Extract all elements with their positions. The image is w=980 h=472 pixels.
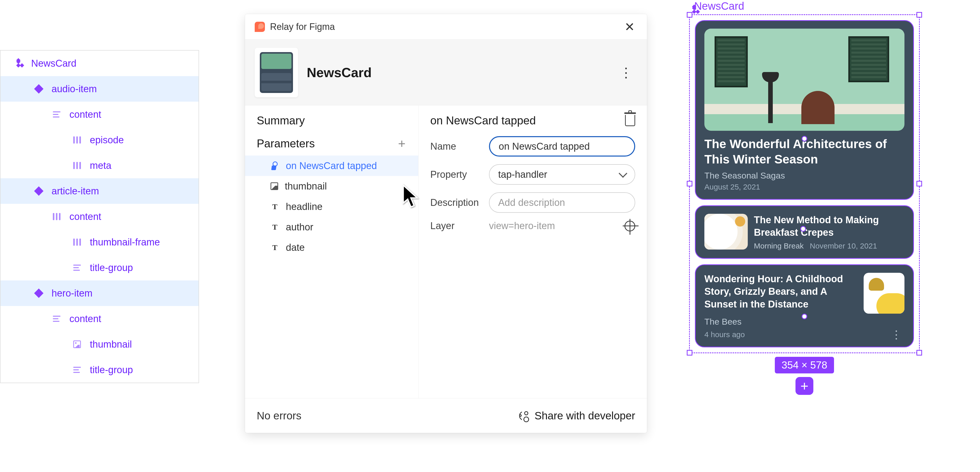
status-text: No errors <box>257 410 301 422</box>
selection-frame[interactable]: The Wonderful Architectures of This Wint… <box>689 14 920 353</box>
param-label: headline <box>286 201 323 212</box>
resize-handle[interactable] <box>916 12 922 18</box>
layers-panel: NewsCard audio-itemcontentepisodemetaart… <box>0 50 199 383</box>
diamond-icon <box>34 290 44 297</box>
hero-source: The Seasonal Sagas <box>704 171 904 180</box>
share-button[interactable]: Share with developer <box>519 410 635 422</box>
layer-label: content <box>69 313 101 324</box>
canvas-preview: NewsCard The Wonderful Architectures of … <box>689 0 920 395</box>
layer-value: view=hero-item <box>489 220 619 231</box>
plugin-footer: No errors Share with developer <box>245 398 647 433</box>
add-parameter-button[interactable]: + <box>396 135 408 153</box>
layer-row-title-group[interactable]: title-group <box>0 357 199 383</box>
article-date: November 10, 2021 <box>810 242 877 250</box>
component-name: NewsCard <box>307 65 372 80</box>
resize-handle[interactable] <box>687 350 692 356</box>
component-thumbnail <box>255 48 298 97</box>
layer-label: meta <box>90 160 111 171</box>
layer-label: hero-item <box>52 288 93 299</box>
bars-icon <box>72 265 82 271</box>
layer-component-root[interactable]: NewsCard <box>0 51 199 76</box>
layer-row-title-group[interactable]: title-group <box>0 255 199 281</box>
layer-label: article-item <box>52 186 99 197</box>
layer-label: content <box>69 109 101 120</box>
plugin-title: Relay for Figma <box>270 21 335 32</box>
audio-thumbnail <box>864 273 904 314</box>
layer-row-thumbnail[interactable]: thumbnail <box>0 332 199 357</box>
share-icon <box>519 411 528 420</box>
layer-row-hero-item[interactable]: hero-item <box>0 281 199 306</box>
audio-more-button[interactable]: ⋮ <box>888 330 904 339</box>
layer-row-content[interactable]: content <box>0 204 199 230</box>
bars-icon <box>72 367 82 373</box>
layer-label: audio-item <box>52 83 97 94</box>
hero-item[interactable]: The Wonderful Architectures of This Wint… <box>695 20 914 200</box>
anchor-dot-icon <box>802 136 807 142</box>
diamond-icon <box>34 86 44 92</box>
property-select[interactable]: tap-handler <box>489 164 635 185</box>
layer-label: NewsCard <box>31 58 76 69</box>
cols-icon <box>72 239 82 246</box>
resize-handle[interactable] <box>687 181 692 187</box>
audio-item[interactable]: Wondering Hour: A Childhood Story, Grizz… <box>695 264 914 348</box>
param-label: author <box>286 222 313 233</box>
parameters-heading: Parameters <box>257 137 315 150</box>
hero-date: August 25, 2021 <box>704 183 904 191</box>
summary-tab[interactable]: Summary <box>245 114 418 135</box>
resize-handle[interactable] <box>916 350 922 356</box>
more-menu-button[interactable]: ⋮ <box>615 62 637 83</box>
layer-row-content[interactable]: content <box>0 102 199 127</box>
article-source: Morning Break <box>754 242 803 250</box>
frame-label[interactable]: NewsCard <box>690 0 920 12</box>
audio-headline: Wondering Hour: A Childhood Story, Grizz… <box>704 273 858 314</box>
component-header: NewsCard ⋮ <box>245 40 647 105</box>
cols-icon <box>72 162 82 169</box>
description-label: Description <box>430 197 484 208</box>
name-label: Name <box>430 141 484 152</box>
layer-row-audio-item[interactable]: audio-item <box>0 76 199 102</box>
description-input[interactable]: Add description <box>489 192 635 213</box>
layer-label: title-group <box>90 262 133 273</box>
cols-icon <box>52 213 62 220</box>
layer-row-meta[interactable]: meta <box>0 153 199 178</box>
resize-handle[interactable] <box>687 12 692 18</box>
layer-label: thumbnail-frame <box>90 237 160 248</box>
cols-icon <box>72 136 82 144</box>
mouse-cursor-icon <box>402 184 420 210</box>
hero-thumbnail <box>704 29 904 131</box>
param-row-on-NewsCard-tapped[interactable]: on NewsCard tapped <box>245 156 418 176</box>
target-layer-button[interactable] <box>625 221 635 231</box>
parameter-detail-title: on NewsCard tapped <box>430 114 536 127</box>
relay-logo-icon <box>255 22 265 32</box>
dimensions-badge: 354 × 578 <box>689 357 920 373</box>
newscard-component[interactable]: The Wonderful Architectures of This Wint… <box>695 20 914 348</box>
layer-label: episode <box>90 135 124 145</box>
bars-icon <box>52 316 62 322</box>
close-button[interactable]: ✕ <box>622 17 637 37</box>
delete-parameter-button[interactable] <box>625 115 635 126</box>
param-label: on NewsCard tapped <box>286 160 377 171</box>
resize-handle[interactable] <box>916 181 922 187</box>
article-item[interactable]: The New Method to Making Breakfast Crepe… <box>695 205 914 259</box>
audio-date: 4 hours ago <box>704 330 745 339</box>
diamond-icon <box>34 188 44 195</box>
relay-sidebar: Summary Parameters + on NewsCard tappedt… <box>245 105 418 398</box>
article-thumbnail <box>704 214 748 250</box>
param-row-date[interactable]: Tdate <box>245 237 418 258</box>
relay-plugin-panel: Relay for Figma ✕ NewsCard ⋮ Summary Par… <box>245 14 647 433</box>
img-icon <box>72 340 82 348</box>
param-row-thumbnail[interactable]: thumbnail <box>245 176 418 196</box>
param-row-headline[interactable]: Theadline <box>245 196 418 217</box>
layer-row-article-item[interactable]: article-item <box>0 178 199 204</box>
parameter-detail-pane: on NewsCard tapped Name on NewsCard tapp… <box>418 105 647 398</box>
param-row-author[interactable]: Tauthor <box>245 217 418 237</box>
article-headline: The New Method to Making Breakfast Crepe… <box>754 214 904 239</box>
layer-row-episode[interactable]: episode <box>0 127 199 153</box>
anchor-dot-icon <box>800 226 806 232</box>
layer-row-thumbnail-frame[interactable]: thumbnail-frame <box>0 230 199 255</box>
layer-row-content[interactable]: content <box>0 306 199 332</box>
bars-icon <box>52 112 62 118</box>
name-input[interactable]: on NewsCard tapped <box>489 136 635 156</box>
layer-label-field: Layer <box>430 220 484 231</box>
add-variant-button[interactable]: + <box>795 377 813 395</box>
